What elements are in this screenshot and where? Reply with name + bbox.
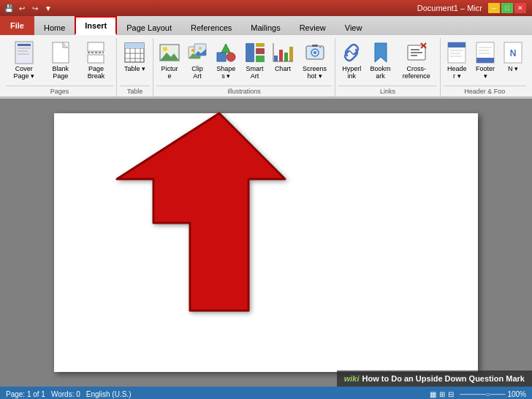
tab-view[interactable]: View bbox=[335, 19, 372, 35]
minimize-button[interactable]: ─ bbox=[488, 3, 500, 13]
footer-label: Footer ▾ bbox=[476, 66, 495, 80]
bookmark-button[interactable]: Bookmark bbox=[366, 38, 394, 83]
picture-icon bbox=[158, 41, 181, 64]
wikihow-article-title: How to Do an Upside Down Question Mark bbox=[362, 374, 525, 383]
tables-buttons: Table ▾ bbox=[120, 38, 150, 84]
wikihow-watermark: wiki How to Do an Upside Down Question M… bbox=[337, 370, 532, 387]
tab-page-layout[interactable]: Page Layout bbox=[117, 19, 181, 35]
svg-point-46 bbox=[314, 51, 316, 54]
redo-button[interactable]: ↪ bbox=[29, 2, 41, 14]
save-button[interactable]: 💾 bbox=[3, 2, 15, 14]
hyperlink-icon bbox=[340, 41, 363, 64]
svg-rect-41 bbox=[289, 47, 293, 61]
links-group-label: Links bbox=[338, 86, 436, 96]
quick-access-toolbar: 💾 ↩ ↪ ▼ bbox=[0, 0, 54, 16]
svg-rect-17 bbox=[125, 43, 130, 48]
document-page[interactable] bbox=[54, 113, 478, 372]
svg-text:N: N bbox=[510, 48, 517, 58]
cover-page-icon bbox=[12, 41, 36, 64]
header-label: Header ▾ bbox=[447, 66, 467, 80]
svg-rect-1 bbox=[18, 44, 31, 46]
smartart-label: SmartArt bbox=[245, 66, 265, 80]
header-footer-group-label: Header & Foo bbox=[444, 86, 526, 96]
screenshot-icon bbox=[303, 41, 327, 64]
svg-point-25 bbox=[191, 49, 194, 52]
table-button[interactable]: Table ▾ bbox=[120, 38, 150, 75]
cross-reference-label: Cross-reference bbox=[400, 66, 433, 80]
svg-rect-38 bbox=[274, 56, 278, 61]
bookmark-label: Bookmark bbox=[370, 66, 390, 80]
cross-reference-button[interactable]: Cross-reference bbox=[396, 38, 437, 83]
svg-rect-40 bbox=[284, 53, 288, 61]
links-buttons: Hyperlink Bookmark bbox=[338, 38, 436, 84]
chart-icon bbox=[271, 41, 294, 64]
cover-page-button[interactable]: Cover Page ▾ bbox=[6, 38, 42, 83]
zoom-slider[interactable]: ─────○─── 100% bbox=[460, 390, 526, 398]
footer-button[interactable]: Footer ▾ bbox=[472, 38, 498, 83]
svg-rect-35 bbox=[256, 56, 265, 62]
svg-line-49 bbox=[349, 50, 354, 55]
maximize-button[interactable]: □ bbox=[501, 3, 513, 13]
wiki-logo-text: wiki bbox=[344, 374, 360, 383]
picture-button[interactable]: Picture bbox=[156, 38, 183, 83]
title-bar: 💾 ↩ ↪ ▼ Document1 – Micr ─ □ ✕ bbox=[0, 0, 532, 16]
tab-mailings[interactable]: Mailings bbox=[241, 19, 289, 35]
tab-home[interactable]: Home bbox=[34, 19, 75, 35]
chart-label: Chart bbox=[275, 66, 291, 73]
page-break-icon bbox=[84, 41, 107, 64]
undo-button[interactable]: ↩ bbox=[16, 2, 28, 14]
document-area: wiki How to Do an Upside Down Question M… bbox=[0, 99, 532, 387]
svg-rect-19 bbox=[135, 43, 140, 48]
page-break-button[interactable]: Page Break bbox=[79, 38, 113, 83]
svg-rect-63 bbox=[476, 58, 494, 63]
clip-art-button[interactable]: Clip Art bbox=[184, 38, 210, 83]
chart-button[interactable]: Chart bbox=[270, 38, 296, 75]
header-button[interactable]: Header ▾ bbox=[444, 38, 471, 83]
status-left: Page: 1 of 1 Words: 0 English (U.S.) bbox=[6, 390, 131, 398]
tab-references[interactable]: References bbox=[181, 19, 241, 35]
tab-review[interactable]: Review bbox=[290, 19, 335, 35]
web-layout-view-button[interactable]: ⊟ bbox=[448, 390, 454, 398]
tab-file[interactable]: File bbox=[0, 16, 34, 35]
table-icon bbox=[123, 41, 146, 64]
page-break-label: Page Break bbox=[83, 66, 110, 80]
svg-rect-5 bbox=[53, 42, 69, 63]
blank-page-label: Blank Page bbox=[47, 66, 73, 80]
illustrations-group-label: Illustrations bbox=[156, 86, 332, 96]
blank-page-icon bbox=[49, 41, 72, 64]
view-icons: ▦ ⊞ ⊟ bbox=[430, 390, 454, 398]
svg-rect-20 bbox=[140, 43, 144, 48]
svg-rect-9 bbox=[88, 55, 104, 63]
picture-label: Picture bbox=[160, 66, 179, 80]
svg-point-28 bbox=[199, 47, 202, 50]
table-label: Table ▾ bbox=[124, 66, 145, 73]
hyperlink-button[interactable]: Hyperlink bbox=[338, 38, 365, 83]
svg-rect-33 bbox=[246, 43, 254, 62]
page-number-button[interactable]: N N ▾ bbox=[500, 38, 526, 75]
smartart-icon bbox=[243, 41, 267, 64]
close-button[interactable]: ✕ bbox=[514, 3, 526, 13]
svg-rect-47 bbox=[312, 45, 318, 47]
page-number-label: N ▾ bbox=[508, 66, 518, 73]
shapes-button[interactable]: Shapes ▾ bbox=[212, 38, 240, 83]
cross-reference-icon bbox=[405, 41, 428, 64]
customize-quick-access-button[interactable]: ▼ bbox=[42, 2, 54, 14]
svg-rect-34 bbox=[256, 48, 265, 54]
tab-insert[interactable]: Insert bbox=[75, 16, 117, 35]
svg-rect-4 bbox=[18, 53, 29, 55]
svg-rect-7 bbox=[88, 42, 104, 51]
screenshot-label: Screenshot ▾ bbox=[301, 66, 328, 80]
tab-bar: File Home Insert Page Layout References … bbox=[0, 16, 532, 35]
bookmark-icon bbox=[369, 41, 392, 64]
smartart-button[interactable]: SmartArt bbox=[241, 38, 268, 83]
full-screen-view-button[interactable]: ⊞ bbox=[439, 390, 445, 398]
svg-rect-18 bbox=[130, 43, 135, 48]
blank-page-button[interactable]: Blank Page bbox=[43, 38, 77, 83]
print-layout-view-button[interactable]: ▦ bbox=[430, 390, 436, 398]
title-bar-text: Document1 – Micr bbox=[417, 4, 482, 12]
ribbon: File Home Insert Page Layout References … bbox=[0, 16, 532, 99]
page-indicator: Page: 1 of 1 bbox=[6, 390, 45, 398]
pages-buttons: Cover Page ▾ Blank Page bbox=[6, 38, 113, 84]
screenshot-button[interactable]: Screenshot ▾ bbox=[297, 38, 332, 83]
group-links: Hyperlink Bookmark bbox=[335, 38, 440, 96]
